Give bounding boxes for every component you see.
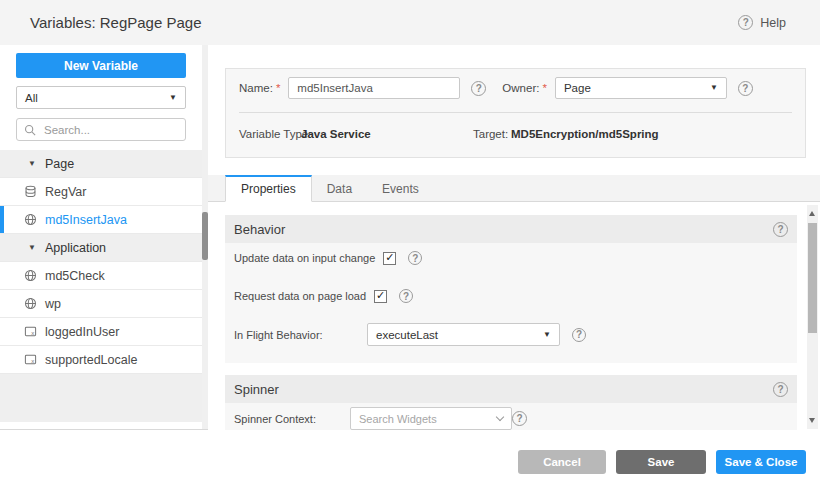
target-value: MD5Encryption/md5Spring [511,128,659,140]
tree-empty-area [0,374,202,422]
behavior-section-title: Behavior [234,222,285,237]
spinner-section-title: Spinner [234,382,279,397]
in-flight-behavior-label: In Flight Behavior: [234,329,367,341]
variable-filter-value: All [25,92,38,104]
tree-item-label: supportedLocale [45,353,137,367]
variable-summary-card: Name:* Owner:* Page Variable Type: Java … [225,68,806,158]
svg-text:x: x [31,358,34,364]
tree-item-md5insertjava[interactable]: md5InsertJava [0,206,202,234]
main-scrollbar[interactable] [807,205,818,429]
tab-properties[interactable]: Properties [225,175,312,202]
tree-item-label: RegVar [45,185,86,199]
dropdown-arrow-icon [710,84,718,92]
spinner-help-icon[interactable] [773,382,788,397]
tab-bar: Properties Data Events [208,175,820,202]
owner-help-icon[interactable] [738,81,753,96]
collapse-arrow-icon [28,160,36,168]
required-mark: * [276,82,280,94]
spinner-context-select[interactable]: Search Widgets [350,407,512,430]
scroll-down-arrow-icon[interactable] [809,418,815,423]
owner-select[interactable]: Page [555,77,727,99]
card-divider [239,112,792,113]
service-icon [24,269,37,282]
tree-item-md5check[interactable]: md5Check [0,262,202,290]
search-icon [24,124,36,136]
database-icon [24,185,37,198]
tree-item-label: md5InsertJava [45,213,127,227]
in-flight-behavior-value: executeLast [376,329,438,341]
tab-data[interactable]: Data [312,175,367,201]
help-icon [738,15,753,30]
dialog-footer: Cancel Save Save & Close [0,430,820,487]
main-scrollbar-thumb[interactable] [808,223,817,333]
owner-value: Page [564,82,591,94]
chevron-down-icon [496,413,504,421]
variables-sidebar: New Variable All Page RegVar [0,45,208,430]
save-close-button[interactable]: Save & Close [716,450,806,474]
variable-tree: Page RegVar md5InsertJava Application [0,150,202,429]
tree-item-label: loggedInUser [45,325,119,339]
tree-group-label: Page [45,157,74,171]
variable-detail-panel: Name:* Owner:* Page Variable Type: Java … [208,45,820,430]
tree-item-wp[interactable]: wp [0,290,202,318]
tab-events[interactable]: Events [367,175,434,201]
request-data-label: Request data on page load [234,290,366,302]
spinner-context-label: Spinner Context: [234,413,350,425]
tree-item-supportedlocale[interactable]: x supportedLocale [0,346,202,374]
tree-item-regvar[interactable]: RegVar [0,178,202,206]
request-data-help-icon[interactable] [399,289,413,303]
spinner-context-help-icon[interactable] [512,411,527,426]
tree-item-loggedinuser[interactable]: x loggedInUser [0,318,202,346]
update-data-help-icon[interactable] [408,251,422,265]
properties-scroll-area: Behavior Update data on input change Req… [208,202,820,430]
new-variable-button[interactable]: New Variable [16,53,186,78]
in-flight-behavior-help-icon[interactable] [572,328,586,342]
tree-item-label: wp [45,297,61,311]
cancel-button[interactable]: Cancel [518,450,606,474]
update-data-checkbox[interactable] [383,252,396,265]
spinner-section: Spinner Spinner Context: Search Widgets [225,375,797,430]
service-icon [24,297,37,310]
variable-search [16,118,186,141]
tree-group-label: Application [45,241,106,255]
tree-group-application[interactable]: Application [0,234,202,262]
behavior-help-icon[interactable] [773,222,788,237]
required-mark: * [542,82,546,94]
dialog-header: Variables: RegPage Page Help [0,0,820,45]
svg-text:x: x [31,330,34,336]
variable-icon: x [24,325,37,338]
name-input[interactable] [288,77,460,99]
tree-item-label: md5Check [45,269,105,283]
collapse-arrow-icon [28,244,36,252]
save-button[interactable]: Save [616,450,706,474]
tree-group-page[interactable]: Page [0,150,202,178]
dropdown-arrow-icon [543,331,551,339]
name-label: Name:* [239,82,280,94]
help-label: Help [760,16,786,30]
variable-filter-select[interactable]: All [16,86,186,109]
in-flight-behavior-select[interactable]: executeLast [367,323,560,346]
spinner-context-placeholder: Search Widgets [359,413,437,425]
search-input[interactable] [42,123,178,137]
dropdown-arrow-icon [169,94,177,102]
target-label: Target: [473,128,508,140]
update-data-label: Update data on input change [234,252,375,264]
request-data-checkbox[interactable] [374,290,387,303]
help-button[interactable]: Help [738,0,786,45]
name-help-icon[interactable] [471,81,486,96]
owner-label: Owner:* [502,82,547,94]
behavior-section: Behavior Update data on input change Req… [225,215,797,363]
service-icon [24,213,37,226]
variable-type-value: Java Service [301,128,371,140]
variable-icon: x [24,353,37,366]
scroll-up-arrow-icon[interactable] [809,211,815,216]
page-title: Variables: RegPage Page [30,0,202,45]
